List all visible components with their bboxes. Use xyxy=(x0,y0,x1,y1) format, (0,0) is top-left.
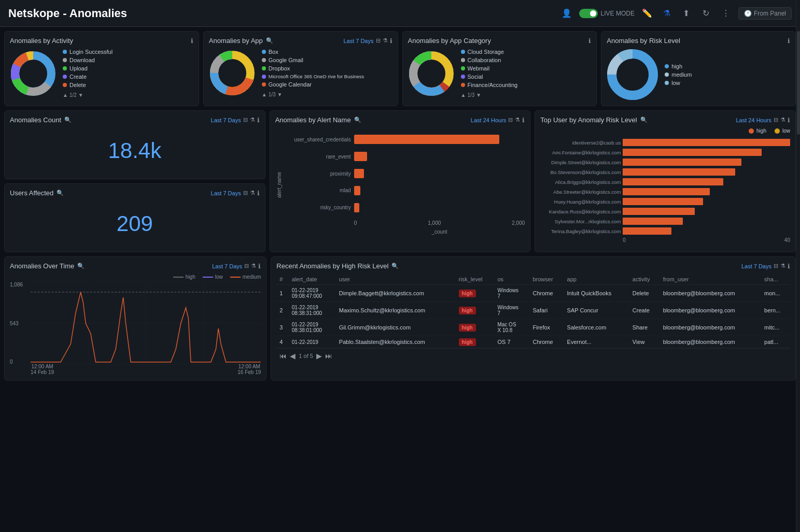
filter-icon[interactable]: ⚗ xyxy=(659,6,674,21)
copy-icon-over-time[interactable]: ⊟ xyxy=(244,263,249,269)
search-icon-app[interactable]: 🔍 xyxy=(266,37,273,44)
filter-icon-top-user[interactable]: ⚗ xyxy=(780,117,785,123)
legend-dot xyxy=(63,58,67,62)
last-page-btn[interactable]: ⏭ xyxy=(325,352,332,360)
user-icon[interactable]: 👤 xyxy=(559,6,574,21)
legend-dot xyxy=(461,75,465,79)
info-icon-recent[interactable]: ℹ xyxy=(788,263,790,270)
legend-dot xyxy=(461,50,465,54)
bar-user-shared xyxy=(354,135,499,144)
info-icon-users[interactable]: ℹ xyxy=(257,190,260,197)
cell-sha: patl... xyxy=(761,336,790,348)
info-icon-alert[interactable]: ℹ xyxy=(522,117,525,124)
refresh-icon[interactable]: ↻ xyxy=(699,6,713,21)
legend-dot xyxy=(262,75,266,79)
table-header: # alert_date user risk_level os browser … xyxy=(276,274,790,285)
prev-page-btn[interactable]: ◀ xyxy=(290,352,296,360)
legend-dot-high xyxy=(749,128,754,134)
next-page-btn[interactable]: ▶ xyxy=(316,352,322,360)
copy-icon-count[interactable]: ⊟ xyxy=(243,117,248,123)
tu-bar-wrap xyxy=(623,149,790,156)
copy-icon-app[interactable]: ⊟ xyxy=(376,37,381,44)
search-icon-users[interactable]: 🔍 xyxy=(57,190,64,196)
info-icon-top-user[interactable]: ℹ xyxy=(788,117,790,124)
scrollbar[interactable] xyxy=(796,0,800,532)
legend-dot xyxy=(665,64,669,68)
filter-icon-app[interactable]: ⚗ xyxy=(383,37,388,44)
live-mode-toggle[interactable]: LIVE MODE xyxy=(579,9,635,18)
cell-browser: Safari xyxy=(529,302,564,319)
share-icon[interactable]: ⬆ xyxy=(679,6,694,21)
donut-chart-risk xyxy=(607,49,658,100)
panel-title-top-user: Top User by Anomaly Risk Level 🔍 Last 24… xyxy=(540,116,790,124)
pagination-category[interactable]: ▲ 1/3 ▼ xyxy=(461,92,518,98)
info-icon-activity[interactable]: ℹ xyxy=(191,37,193,45)
info-icon-over-time[interactable]: ℹ xyxy=(258,263,261,270)
panel-title-count: Anomalies Count 🔍 Last 7 Days ⊟ ⚗ ℹ xyxy=(10,116,260,124)
info-icon-risk[interactable]: ℹ xyxy=(788,37,790,45)
legend-dot xyxy=(665,73,669,77)
ts-svg xyxy=(31,282,261,365)
info-icon-app[interactable]: ℹ xyxy=(390,37,392,45)
panel-title-over-time: Anomalies Over Time 🔍 Last 7 Days ⊟ ⚗ ℹ xyxy=(10,262,261,270)
cell-user: Gil.Grimm@kkrlogistics.com xyxy=(336,319,456,336)
search-icon-over-time[interactable]: 🔍 xyxy=(77,263,85,269)
toggle-switch[interactable] xyxy=(579,9,598,18)
donut-app: Box Google Gmail Dropbox Microsoft Offic… xyxy=(209,49,392,97)
cell-risk: high xyxy=(456,302,495,319)
copy-icon-top-user[interactable]: ⊟ xyxy=(774,117,778,123)
cell-risk: high xyxy=(456,285,495,302)
edit-icon[interactable]: ✏️ xyxy=(640,6,654,21)
search-icon-top-user[interactable]: 🔍 xyxy=(640,117,648,123)
filter-icon-over-time[interactable]: ⚗ xyxy=(251,263,256,269)
info-icon-category[interactable]: ℹ xyxy=(588,37,591,45)
legend-item: Download xyxy=(63,57,113,63)
copy-icon-recent[interactable]: ⊟ xyxy=(774,263,778,269)
ts-legend-low: low xyxy=(203,274,223,280)
filter-icon-count[interactable]: ⚗ xyxy=(250,117,255,123)
tu-bar-high xyxy=(623,208,695,215)
col-os: os xyxy=(494,274,529,285)
info-icon-count[interactable]: ℹ xyxy=(257,117,260,124)
legend-item: Google Calendar xyxy=(262,81,364,88)
panel-controls-count: Last 7 Days ⊟ ⚗ ℹ xyxy=(211,117,260,124)
bar-row-mlad: mlad xyxy=(284,186,525,195)
panel-count: Anomalies Count 🔍 Last 7 Days ⊟ ⚗ ℹ 18.4… xyxy=(4,110,265,179)
ts-legend-medium: medium xyxy=(230,274,261,280)
legend-dot xyxy=(63,83,67,87)
copy-icon-alert[interactable]: ⊟ xyxy=(508,117,513,123)
legend-item: Social xyxy=(461,74,518,80)
tu-bar-high xyxy=(623,149,762,156)
cell-user: Maximo.Schultz@kkrlogistics.com xyxy=(336,302,456,319)
filter-icon-recent[interactable]: ⚗ xyxy=(780,263,785,269)
search-icon-recent[interactable]: 🔍 xyxy=(391,263,399,269)
row3: Anomalies Over Time 🔍 Last 7 Days ⊟ ⚗ ℹ … xyxy=(0,252,800,385)
cell-browser: Chrome xyxy=(529,336,564,348)
tu-bar-wrap xyxy=(623,188,790,195)
svg-point-18 xyxy=(418,60,445,87)
filter-icon-alert[interactable]: ⚗ xyxy=(515,117,520,123)
pagination-app[interactable]: ▲ 1/3 ▼ xyxy=(262,92,364,97)
search-icon-count[interactable]: 🔍 xyxy=(64,117,72,123)
tu-row-1: identiverse2@casb.us xyxy=(540,139,790,146)
more-icon[interactable]: ⋮ xyxy=(719,6,733,21)
col-activity: activity xyxy=(629,274,660,285)
scrollbar-thumb[interactable] xyxy=(797,31,800,135)
top-user-chart: identiverse2@casb.us Ami.Fontaine@kkrlog… xyxy=(540,137,790,243)
search-icon-alert[interactable]: 🔍 xyxy=(354,117,361,123)
col-app: app xyxy=(564,274,629,285)
pagination-activity[interactable]: ▲ 1/2 ▼ xyxy=(63,92,113,98)
donut-chart-app xyxy=(209,50,256,96)
tu-bar-wrap xyxy=(623,208,790,215)
panel-title-recent: Recent Anomalies by High Risk Level 🔍 La… xyxy=(276,262,790,270)
legend-item: Google Gmail xyxy=(262,57,364,63)
count-value: 18.4k xyxy=(10,128,260,174)
cell-risk: high xyxy=(456,336,495,348)
filter-icon-users[interactable]: ⚗ xyxy=(250,190,255,196)
from-panel-button[interactable]: 🕐 From Panel xyxy=(738,7,792,20)
donut-activity: Login Successful Download Upload Create … xyxy=(10,49,193,98)
legend-app: Box Google Gmail Dropbox Microsoft Offic… xyxy=(262,49,364,97)
copy-icon-users[interactable]: ⊟ xyxy=(243,190,248,196)
first-page-btn[interactable]: ⏮ xyxy=(279,352,287,360)
app-header: Netskope - Anomalies 👤 LIVE MODE ✏️ ⚗ ⬆ … xyxy=(0,0,800,27)
